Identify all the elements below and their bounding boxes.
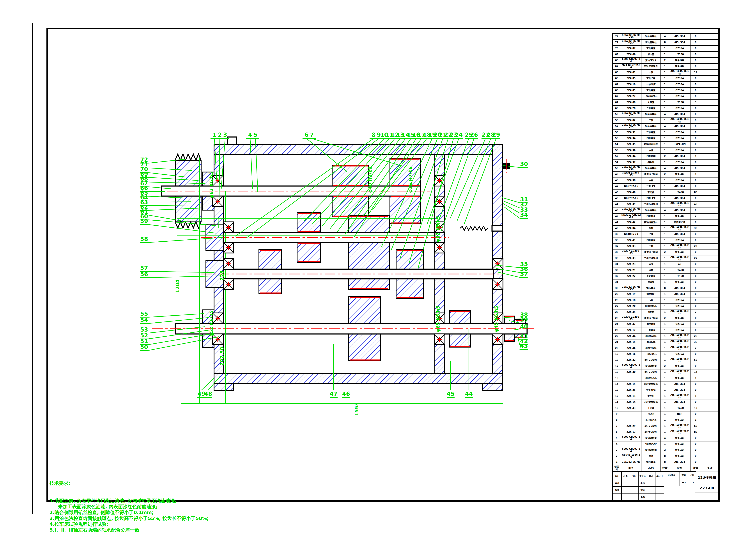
bom-row: 61ZZX-08大带轮1HT1503 (613, 99, 719, 105)
scale-label: 比例 (688, 471, 696, 479)
callout-number: 30 (520, 161, 528, 167)
bom-cell: 39 (613, 231, 621, 237)
bom-cell: AISI 1045 钢,冷拉 (669, 255, 690, 261)
bom-row: 66ZZX-01一轴1AISI 1045 钢,冷拉12 (613, 69, 719, 75)
bom-cell: AISI 1045 钢,冷拉 (669, 225, 690, 231)
callout-number: 40 (520, 323, 528, 330)
bom-cell: 三轴 (641, 243, 661, 249)
bom-cell (701, 93, 719, 99)
bom-cell: ZZX-37 (621, 159, 641, 165)
bom-cell: AISI 1045 钢,冷拉 (669, 69, 690, 75)
bom-cell: ZZX-25 (621, 387, 641, 393)
bom-cell: ZZX-32 (621, 357, 641, 363)
bom-cell: 25 (613, 315, 621, 321)
bom-cell (701, 423, 719, 429)
bom-row: 7ZZX-29a组从动轮组1AISI 1045 钢,冷拉69 (613, 423, 719, 429)
bom-cell (701, 82, 719, 88)
bom-cell: 1 (690, 171, 701, 177)
bom-cell (701, 417, 719, 423)
bom-cell: 四轴 (641, 225, 661, 231)
bom-cell: 8 (690, 117, 701, 123)
bom-cell: 70 (613, 45, 621, 51)
callout-number: 2 (218, 132, 222, 138)
bom-cell: 1 (661, 177, 669, 183)
bom-cell: AISI 1045 钢,冷拉 (669, 117, 690, 123)
bom-cell: 20 (613, 345, 621, 351)
bom-cell: 2 (690, 213, 701, 219)
bom-cell: AISI 1045 钢,冷拉 (669, 345, 690, 351)
bom-cell: 圆锥滚子轴承 (641, 315, 661, 321)
bom-cell: 52 (613, 153, 621, 159)
bom-cell: AISI 1045 钢,冷拉 (669, 339, 690, 345)
bom-cell (701, 117, 719, 123)
bom-cell: Q235A (669, 327, 690, 333)
bom-cell: 1 (661, 201, 669, 207)
bom-cell: 倒档中间轮 (641, 345, 661, 351)
bom-cell: GB5782-86 (621, 183, 641, 189)
bom-cell: 二轴 (641, 117, 661, 123)
bom-cell: 1 (661, 303, 669, 309)
bom-cell: AISI 304 (669, 112, 690, 117)
bom-cell: 油盖 (641, 177, 661, 183)
bom-cell: 1 (661, 261, 669, 267)
callout-number: 5 (254, 132, 257, 138)
bom-header-cell: 数量 (661, 465, 669, 471)
bom-cell: 1 (661, 399, 669, 405)
bom-row: 31弹簧扣1镀铬碳钢0 (613, 279, 719, 285)
bom-cell: 69 (690, 423, 701, 429)
callout-number: 8 (371, 132, 375, 138)
fit-label: φ45 K6/h5 (494, 306, 499, 332)
callout-number: 24 (455, 132, 463, 138)
callout-number: 49 (198, 391, 205, 397)
bom-cell: 一轴定位环 (641, 351, 661, 357)
bom-cell: 2 (661, 57, 669, 63)
bom-cell: 1 (661, 255, 669, 261)
bom-cell: 8 (613, 417, 621, 423)
bom-cell (621, 441, 641, 447)
bom-cell: 67 (613, 63, 621, 69)
fit-label: φ65 K6/h5 (435, 306, 441, 332)
bom-cell (701, 363, 719, 369)
tech-notes-title: 技术要求: (49, 480, 209, 486)
bom-row: 59GB5782-86 M8X25轴承盖螺栓4AISI 3040 (613, 112, 719, 117)
bom-cell: ZZX-36 (621, 147, 641, 153)
bom-cell: ZZX-40 (621, 190, 641, 195)
bom-cell: 齿轮端盖 (641, 273, 661, 279)
bom-cell (701, 135, 719, 141)
bom-cell: 镀铬碳钢 (669, 363, 690, 369)
bom-cell: Q235A (669, 159, 690, 165)
bom-cell: 18 (613, 357, 621, 363)
bom-cell: 平键 (641, 231, 661, 237)
bom-cell: 1 (661, 387, 669, 393)
bom-row: 8正转离合器1镀铬碳钢1 (613, 417, 719, 423)
bom-cell: 1 (661, 279, 669, 285)
bom-cell: AISI 304 (669, 123, 690, 129)
bom-cell: 2 (661, 249, 669, 255)
callout-leader (148, 201, 191, 201)
bom-cell: AISI 1045 钢,冷拉 (669, 393, 690, 399)
bom-cell: 0 (690, 45, 701, 51)
bom-cell: 1 (661, 321, 669, 327)
bom-cell: 27 (690, 255, 701, 261)
bom-cell: 四轴轴承 (641, 213, 661, 219)
bom-cell: 镀铬碳钢 (669, 249, 690, 255)
bom-cell: 正转调整螺母 (641, 399, 661, 405)
bom-cell: 倒转调整螺母 (641, 381, 661, 387)
callout-leader (502, 198, 520, 203)
bom-cell: AISI 1045 钢,冷拉 (669, 309, 690, 315)
bom-cell: 41 (613, 219, 621, 225)
bom-cell: ZZX-05 (621, 75, 641, 81)
bom-cell (701, 237, 719, 243)
bom-row: 2GB941-1986 25垫片8镀铬碳钢0 (613, 453, 719, 459)
bom-cell: 1 (661, 423, 669, 429)
bom-cell: 镀铬碳钢 (669, 375, 690, 381)
bom-cell (701, 357, 719, 363)
bom-cell (701, 225, 719, 231)
bom-cell: Q235A (669, 45, 690, 51)
bom-cell: 51 (613, 159, 621, 165)
bom-row: 12ZZX-11拨叉杆1AISI 1045 钢,冷拉1 (613, 393, 719, 399)
bom-cell: 40 (613, 225, 621, 231)
bom-cell (701, 291, 719, 297)
bom-cell: a组主动轮组 (641, 429, 661, 435)
bom-cell (701, 195, 719, 201)
